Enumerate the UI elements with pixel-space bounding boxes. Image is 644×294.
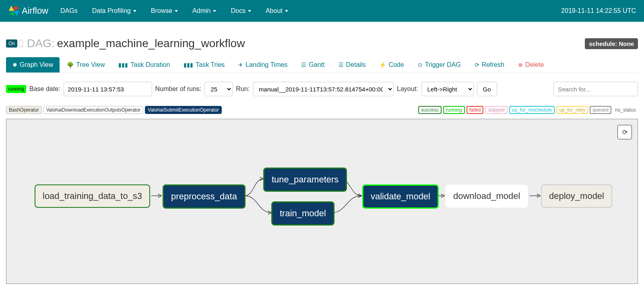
state-running: running: [443, 106, 465, 114]
dag-label: DAG:: [27, 37, 54, 50]
bar-chart-icon: ▮▮▮: [118, 62, 128, 68]
schedule-badge: schedule: None: [585, 38, 638, 49]
dag-toggle[interactable]: On: [6, 39, 17, 48]
dag-name: example_machine_learning_workflow: [57, 37, 245, 50]
state-failed: failed: [466, 106, 484, 114]
refresh-icon: ⟳: [475, 62, 479, 68]
list-icon: ☰: [339, 62, 344, 68]
chevron-down-icon: [284, 7, 288, 14]
plane-icon: ✈: [238, 62, 243, 68]
nav-items: DAGs Data Profiling Browse Admin Docs Ab…: [60, 7, 561, 14]
tab-graph-view[interactable]: ✺Graph View: [6, 57, 60, 72]
nav-admin[interactable]: Admin: [192, 7, 216, 14]
status-badge: running: [6, 85, 26, 93]
node-train-model[interactable]: train_model: [271, 201, 334, 226]
delete-icon: ⊗: [518, 62, 523, 68]
graph-refresh-button[interactable]: ⟳: [617, 125, 632, 139]
bar-chart-icon: ▮▮▮: [184, 62, 193, 68]
tab-task-duration[interactable]: ▮▮▮Task Duration: [112, 57, 176, 72]
dag-toggle-track[interactable]: [19, 40, 23, 47]
chevron-down-icon: [174, 7, 178, 14]
tab-trigger-dag[interactable]: ⊙Trigger DAG: [411, 57, 467, 72]
search-input[interactable]: [553, 82, 638, 96]
node-tune-parameters[interactable]: tune_parameters: [263, 168, 347, 192]
chevron-down-icon: [212, 7, 216, 14]
node-download-model[interactable]: download_model: [445, 184, 528, 208]
graph-canvas[interactable]: ⟳ load_training_data_to_s3 preprocess_da…: [6, 119, 638, 284]
tab-details[interactable]: ☰Details: [332, 57, 372, 72]
base-date-label: Base date:: [29, 85, 60, 93]
run-label: Run:: [236, 85, 250, 93]
operator-download: ValohaiDownloadExecutionOutputsOperator: [43, 106, 144, 114]
nav-data-profiling[interactable]: Data Profiling: [92, 7, 136, 14]
clock: 2019-11-11 14:22:55 UTC: [561, 7, 636, 14]
tab-gantt[interactable]: ☰Gantt: [295, 57, 331, 72]
title-row: On DAG: example_machine_learning_workflo…: [6, 37, 638, 50]
nav-docs[interactable]: Docs: [231, 7, 251, 14]
node-load-training-data[interactable]: load_training_data_to_s3: [35, 184, 150, 208]
tabs: ✺Graph View 🌳Tree View ▮▮▮Task Duration …: [6, 57, 638, 73]
state-up-for-retry: up_for_retry: [556, 106, 588, 114]
legend-row: BashOperator ValohaiDownloadExecutionOut…: [6, 106, 638, 114]
operator-submit: ValohaiSubmitExecutionOperator: [145, 106, 222, 114]
run-select[interactable]: manual__2019-11-11T13:57:52.814754+00:00: [253, 82, 394, 96]
state-no-status: no_status: [613, 107, 638, 113]
state-queued: queued: [590, 106, 611, 114]
controls-row: running Base date: Number of runs: 25 Ru…: [6, 82, 638, 96]
num-runs-label: Number of runs:: [155, 85, 202, 93]
tab-code[interactable]: ⚡Code: [373, 57, 410, 72]
layout-select[interactable]: Left->Right: [421, 82, 474, 96]
nav-dags[interactable]: DAGs: [60, 7, 78, 14]
operator-bash: BashOperator: [6, 106, 42, 114]
refresh-icon: ⟳: [622, 128, 627, 136]
base-date-input[interactable]: [64, 82, 152, 96]
chevron-down-icon: [247, 7, 251, 14]
brand-text: Airflow: [22, 6, 48, 16]
tab-refresh[interactable]: ⟳Refresh: [468, 57, 511, 72]
tree-icon: 🌳: [67, 62, 74, 68]
airflow-logo-icon: [8, 5, 20, 17]
nav-browse[interactable]: Browse: [151, 7, 178, 14]
operator-legend: BashOperator ValohaiDownloadExecutionOut…: [6, 106, 222, 114]
tab-landing-times[interactable]: ✈Landing Times: [232, 57, 294, 72]
play-icon: ⊙: [418, 62, 423, 68]
state-success: success: [418, 106, 441, 114]
sun-icon: ✺: [12, 62, 17, 68]
navbar: Airflow DAGs Data Profiling Browse Admin…: [0, 0, 644, 22]
state-up-for-reschedule: up_for_reschedule: [509, 106, 555, 114]
state-legend: success running failed skipped up_for_re…: [418, 106, 638, 114]
node-validate-model[interactable]: validate_model: [362, 184, 439, 209]
layout-label: Layout:: [397, 85, 418, 93]
list-icon: ☰: [301, 62, 306, 68]
nav-about[interactable]: About: [266, 7, 288, 14]
tab-tree-view[interactable]: 🌳Tree View: [60, 57, 111, 72]
lightning-icon: ⚡: [379, 62, 386, 68]
tab-delete[interactable]: ⊗Delete: [512, 57, 550, 72]
go-button[interactable]: Go: [477, 82, 497, 96]
brand[interactable]: Airflow: [8, 5, 48, 17]
node-deploy-model[interactable]: deploy_model: [541, 184, 612, 208]
node-preprocess-data[interactable]: preprocess_data: [163, 184, 246, 209]
tab-task-tries[interactable]: ▮▮▮Task Tries: [177, 57, 231, 72]
num-runs-select[interactable]: 25: [204, 82, 233, 96]
state-skipped: skipped: [485, 106, 507, 114]
chevron-down-icon: [132, 7, 136, 14]
